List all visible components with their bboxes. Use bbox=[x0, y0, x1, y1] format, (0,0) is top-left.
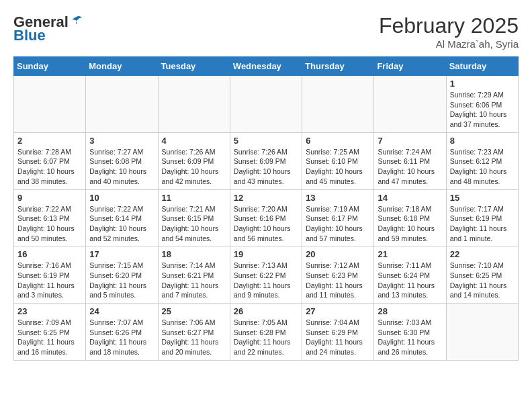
day-number: 20 bbox=[306, 249, 370, 259]
day-cell: 24Sunrise: 7:07 AM Sunset: 6:26 PM Dayli… bbox=[86, 304, 158, 361]
day-number: 27 bbox=[306, 306, 370, 316]
day-number: 12 bbox=[234, 193, 298, 203]
day-info: Sunrise: 7:12 AM Sunset: 6:23 PM Dayligh… bbox=[306, 261, 370, 300]
day-number: 9 bbox=[17, 193, 82, 203]
day-info: Sunrise: 7:26 AM Sunset: 6:09 PM Dayligh… bbox=[234, 147, 298, 187]
day-number: 17 bbox=[89, 249, 154, 259]
day-info: Sunrise: 7:22 AM Sunset: 6:14 PM Dayligh… bbox=[89, 204, 154, 244]
day-cell: 9Sunrise: 7:22 AM Sunset: 6:13 PM Daylig… bbox=[14, 189, 86, 246]
day-cell: 28Sunrise: 7:03 AM Sunset: 6:30 PM Dayli… bbox=[374, 304, 446, 361]
weekday-header-tuesday: Tuesday bbox=[158, 57, 230, 76]
day-cell: 23Sunrise: 7:09 AM Sunset: 6:25 PM Dayli… bbox=[14, 304, 86, 361]
day-cell: 7Sunrise: 7:24 AM Sunset: 6:11 PM Daylig… bbox=[374, 132, 446, 189]
day-cell bbox=[86, 76, 158, 133]
day-number: 26 bbox=[234, 306, 298, 316]
day-info: Sunrise: 7:26 AM Sunset: 6:09 PM Dayligh… bbox=[162, 147, 226, 187]
day-info: Sunrise: 7:04 AM Sunset: 6:29 PM Dayligh… bbox=[306, 318, 370, 357]
day-number: 1 bbox=[450, 79, 515, 89]
day-cell bbox=[230, 76, 302, 133]
day-info: Sunrise: 7:22 AM Sunset: 6:13 PM Dayligh… bbox=[17, 204, 82, 244]
week-row-1: 1Sunrise: 7:29 AM Sunset: 6:06 PM Daylig… bbox=[14, 76, 519, 133]
day-cell: 14Sunrise: 7:18 AM Sunset: 6:18 PM Dayli… bbox=[374, 189, 446, 246]
day-info: Sunrise: 7:29 AM Sunset: 6:06 PM Dayligh… bbox=[450, 90, 515, 130]
day-info: Sunrise: 7:20 AM Sunset: 6:16 PM Dayligh… bbox=[234, 204, 298, 244]
day-cell bbox=[446, 304, 518, 361]
day-info: Sunrise: 7:06 AM Sunset: 6:27 PM Dayligh… bbox=[162, 318, 226, 357]
day-info: Sunrise: 7:15 AM Sunset: 6:20 PM Dayligh… bbox=[89, 261, 154, 300]
day-cell: 25Sunrise: 7:06 AM Sunset: 6:27 PM Dayli… bbox=[158, 304, 230, 361]
day-number: 23 bbox=[17, 306, 82, 316]
day-number: 4 bbox=[162, 136, 226, 146]
day-info: Sunrise: 7:21 AM Sunset: 6:15 PM Dayligh… bbox=[162, 204, 226, 244]
day-cell: 26Sunrise: 7:05 AM Sunset: 6:28 PM Dayli… bbox=[230, 304, 302, 361]
calendar-table: SundayMondayTuesdayWednesdayThursdayFrid… bbox=[13, 56, 519, 361]
title-block: February 2025 Al Mazra`ah, Syria bbox=[379, 13, 519, 50]
day-cell: 10Sunrise: 7:22 AM Sunset: 6:14 PM Dayli… bbox=[86, 189, 158, 246]
week-row-3: 9Sunrise: 7:22 AM Sunset: 6:13 PM Daylig… bbox=[14, 189, 519, 246]
day-number: 10 bbox=[89, 193, 154, 203]
day-number: 18 bbox=[162, 249, 226, 259]
day-info: Sunrise: 7:11 AM Sunset: 6:24 PM Dayligh… bbox=[378, 261, 442, 300]
day-info: Sunrise: 7:05 AM Sunset: 6:28 PM Dayligh… bbox=[234, 318, 298, 357]
day-cell: 6Sunrise: 7:25 AM Sunset: 6:10 PM Daylig… bbox=[302, 132, 374, 189]
day-info: Sunrise: 7:14 AM Sunset: 6:21 PM Dayligh… bbox=[162, 261, 226, 300]
day-number: 11 bbox=[162, 193, 226, 203]
day-cell bbox=[374, 76, 446, 133]
day-number: 16 bbox=[17, 249, 82, 259]
month-title: February 2025 bbox=[379, 13, 519, 38]
day-info: Sunrise: 7:24 AM Sunset: 6:11 PM Dayligh… bbox=[378, 147, 442, 187]
day-number: 14 bbox=[378, 193, 442, 203]
day-number: 8 bbox=[450, 136, 515, 146]
logo: General Blue bbox=[13, 13, 83, 44]
week-row-5: 23Sunrise: 7:09 AM Sunset: 6:25 PM Dayli… bbox=[14, 304, 519, 361]
day-cell: 5Sunrise: 7:26 AM Sunset: 6:09 PM Daylig… bbox=[230, 132, 302, 189]
location: Al Mazra`ah, Syria bbox=[379, 38, 519, 50]
day-number: 22 bbox=[450, 249, 515, 259]
day-info: Sunrise: 7:25 AM Sunset: 6:10 PM Dayligh… bbox=[306, 147, 370, 187]
day-number: 5 bbox=[234, 136, 298, 146]
day-cell: 8Sunrise: 7:23 AM Sunset: 6:12 PM Daylig… bbox=[446, 132, 518, 189]
day-info: Sunrise: 7:23 AM Sunset: 6:12 PM Dayligh… bbox=[450, 147, 515, 187]
day-info: Sunrise: 7:13 AM Sunset: 6:22 PM Dayligh… bbox=[234, 261, 298, 300]
day-cell: 13Sunrise: 7:19 AM Sunset: 6:17 PM Dayli… bbox=[302, 189, 374, 246]
day-cell: 16Sunrise: 7:16 AM Sunset: 6:19 PM Dayli… bbox=[14, 246, 86, 304]
weekday-header-wednesday: Wednesday bbox=[230, 57, 302, 76]
day-info: Sunrise: 7:28 AM Sunset: 6:07 PM Dayligh… bbox=[17, 147, 82, 187]
day-info: Sunrise: 7:03 AM Sunset: 6:30 PM Dayligh… bbox=[378, 318, 442, 357]
day-number: 13 bbox=[306, 193, 370, 203]
day-cell bbox=[158, 76, 230, 133]
week-row-2: 2Sunrise: 7:28 AM Sunset: 6:07 PM Daylig… bbox=[14, 132, 519, 189]
day-number: 7 bbox=[378, 136, 442, 146]
week-row-4: 16Sunrise: 7:16 AM Sunset: 6:19 PM Dayli… bbox=[14, 246, 519, 304]
day-cell: 22Sunrise: 7:10 AM Sunset: 6:25 PM Dayli… bbox=[446, 246, 518, 304]
day-cell: 21Sunrise: 7:11 AM Sunset: 6:24 PM Dayli… bbox=[374, 246, 446, 304]
day-info: Sunrise: 7:18 AM Sunset: 6:18 PM Dayligh… bbox=[378, 204, 442, 244]
day-info: Sunrise: 7:16 AM Sunset: 6:19 PM Dayligh… bbox=[17, 261, 82, 300]
page-header: General Blue February 2025 Al Mazra`ah, … bbox=[13, 13, 519, 50]
day-info: Sunrise: 7:07 AM Sunset: 6:26 PM Dayligh… bbox=[89, 318, 154, 357]
day-number: 21 bbox=[378, 249, 442, 259]
day-cell bbox=[302, 76, 374, 133]
day-cell: 12Sunrise: 7:20 AM Sunset: 6:16 PM Dayli… bbox=[230, 189, 302, 246]
day-number: 6 bbox=[306, 136, 370, 146]
day-cell: 1Sunrise: 7:29 AM Sunset: 6:06 PM Daylig… bbox=[446, 76, 518, 133]
day-number: 24 bbox=[89, 306, 154, 316]
day-number: 19 bbox=[234, 249, 298, 259]
weekday-header-sunday: Sunday bbox=[14, 57, 86, 76]
day-cell: 18Sunrise: 7:14 AM Sunset: 6:21 PM Dayli… bbox=[158, 246, 230, 304]
day-info: Sunrise: 7:17 AM Sunset: 6:19 PM Dayligh… bbox=[450, 204, 515, 244]
day-cell: 15Sunrise: 7:17 AM Sunset: 6:19 PM Dayli… bbox=[446, 189, 518, 246]
day-number: 3 bbox=[89, 136, 154, 146]
day-cell: 2Sunrise: 7:28 AM Sunset: 6:07 PM Daylig… bbox=[14, 132, 86, 189]
weekday-header-thursday: Thursday bbox=[302, 57, 374, 76]
day-number: 15 bbox=[450, 193, 515, 203]
day-info: Sunrise: 7:10 AM Sunset: 6:25 PM Dayligh… bbox=[450, 261, 515, 300]
day-cell: 27Sunrise: 7:04 AM Sunset: 6:29 PM Dayli… bbox=[302, 304, 374, 361]
weekday-header-row: SundayMondayTuesdayWednesdayThursdayFrid… bbox=[14, 57, 519, 76]
day-cell: 3Sunrise: 7:27 AM Sunset: 6:08 PM Daylig… bbox=[86, 132, 158, 189]
weekday-header-monday: Monday bbox=[86, 57, 158, 76]
day-cell: 17Sunrise: 7:15 AM Sunset: 6:20 PM Dayli… bbox=[86, 246, 158, 304]
day-cell: 20Sunrise: 7:12 AM Sunset: 6:23 PM Dayli… bbox=[302, 246, 374, 304]
day-cell: 4Sunrise: 7:26 AM Sunset: 6:09 PM Daylig… bbox=[158, 132, 230, 189]
day-number: 2 bbox=[17, 136, 82, 146]
